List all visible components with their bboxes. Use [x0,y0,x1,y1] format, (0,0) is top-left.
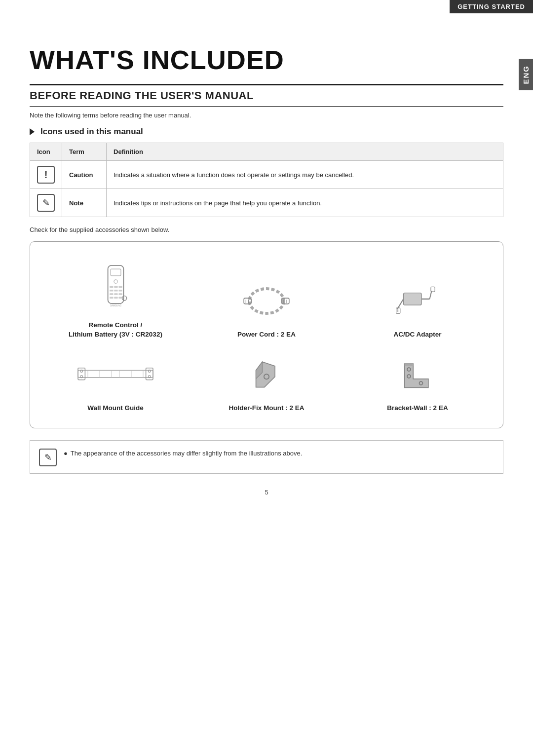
note-box-icon: ✎ [39,449,57,466]
note-text: The appearance of the accessories may di… [71,450,302,457]
accessory-power-cord: Power Cord : 2 EA [191,257,342,344]
icons-table: Icon Term Definition ! Caution Indicates… [30,143,503,217]
svg-rect-9 [110,293,113,295]
power-cord-image [242,279,291,323]
accessory-bracket-wall: Bracket-Wall : 2 EA [342,344,493,418]
bracket-wall-image [400,352,435,397]
accessory-wall-mount-guide: Wall Mount Guide [40,344,191,418]
eng-tab: ENG [519,59,533,90]
holder-fix-label: Holder-Fix Mount : 2 EA [229,404,305,413]
caution-term: Caution [62,161,107,189]
note-box-text: ●The appearance of the accessories may d… [64,448,302,457]
remote-control-image: SAMSUNG [102,265,129,314]
bullet-dot: ● [64,450,68,457]
svg-rect-11 [118,293,122,295]
svg-point-2 [114,280,117,283]
svg-rect-1 [111,269,121,276]
table-row: ! Caution Indicates a situation where a … [30,161,503,189]
svg-marker-48 [405,364,428,387]
col-header-term: Term [62,143,107,161]
power-cord-label: Power Cord : 2 EA [237,330,296,340]
wall-mount-guide-label: Wall Mount Guide [87,404,143,413]
svg-rect-5 [118,286,122,288]
note-box: ✎ ●The appearance of the accessories may… [30,440,503,474]
ac-adapter-label: AC/DC Adapter [393,330,441,340]
intro-text: Note the following terms before reading … [30,112,503,119]
check-text: Check for the supplied accessories shown… [30,226,503,233]
bracket-wall-label: Bracket-Wall : 2 EA [387,404,448,413]
note-term: Note [62,189,107,217]
accessory-ac-adapter: AC/DC Adapter [342,257,493,344]
svg-rect-32 [78,371,153,378]
svg-rect-8 [118,290,122,292]
svg-point-17 [249,289,284,313]
svg-rect-14 [118,297,122,299]
caution-definition: Indicates a situation where a function d… [107,161,503,189]
svg-line-26 [430,291,432,299]
holder-fix-image [252,352,281,397]
note-icon: ✎ [37,194,55,212]
svg-rect-13 [114,297,117,299]
accessory-holder-fix: Holder-Fix Mount : 2 EA [191,344,342,418]
svg-rect-24 [403,293,421,305]
caution-icon: ! [37,166,55,184]
svg-rect-3 [110,286,113,288]
page-title: WHAT'S INCLUDED [30,44,503,75]
table-row: ✎ Note Indicates tips or instructions on… [30,189,503,217]
accessory-remote-control: SAMSUNG Remote Control / Lithium Battery… [40,257,191,344]
arrow-icon [30,128,35,135]
col-header-icon: Icon [30,143,62,161]
ac-adapter-image [395,279,440,323]
accessories-grid: SAMSUNG Remote Control / Lithium Battery… [40,257,493,418]
svg-rect-29 [396,308,400,313]
sub-heading: Icons used in this manual [30,127,503,137]
svg-rect-10 [114,293,117,295]
col-header-definition: Definition [107,143,503,161]
wall-mount-guide-image [76,352,155,397]
section-heading: BEFORE READING THE USER'S MANUAL [30,84,503,107]
sub-heading-text: Icons used in this manual [40,127,143,137]
svg-rect-6 [110,290,113,292]
accessories-box: SAMSUNG Remote Control / Lithium Battery… [30,241,503,428]
page-number: 5 [30,489,503,496]
getting-started-label: GETTING STARTED [450,0,533,13]
svg-text:SAMSUNG: SAMSUNG [110,304,121,307]
note-definition: Indicates tips or instructions on the pa… [107,189,503,217]
remote-label: Remote Control / Lithium Battery (3V : C… [69,321,162,340]
svg-marker-49 [405,364,414,366]
svg-rect-4 [114,286,117,288]
svg-rect-12 [110,297,113,299]
svg-point-16 [122,296,126,301]
svg-rect-7 [114,290,117,292]
